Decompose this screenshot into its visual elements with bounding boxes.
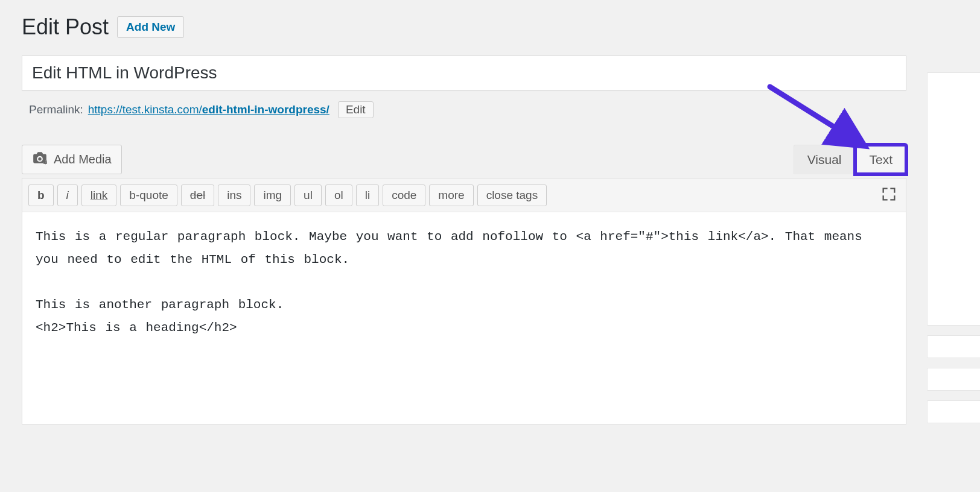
qt-bold-button[interactable]: b (28, 184, 54, 206)
qt-img-button[interactable]: img (254, 184, 291, 206)
post-title-input[interactable] (22, 55, 906, 90)
tab-visual[interactable]: Visual (794, 145, 856, 174)
qt-more-button[interactable]: more (429, 184, 473, 206)
qt-closetags-button[interactable]: close tags (477, 184, 547, 206)
qt-ins-button[interactable]: ins (218, 184, 250, 206)
edit-slug-button[interactable]: Edit (338, 101, 374, 118)
permalink-label: Permalink: (29, 103, 83, 116)
fullscreen-icon[interactable] (878, 183, 900, 207)
permalink-link[interactable]: https://test.kinsta.com/edit-html-in-wor… (88, 103, 329, 116)
qt-ul-button[interactable]: ul (294, 184, 322, 206)
sidebar-meta-boxes (927, 72, 980, 424)
add-new-button[interactable]: Add New (117, 16, 184, 39)
add-media-button[interactable]: Add Media (22, 145, 122, 174)
qt-italic-button[interactable]: i (57, 184, 78, 206)
qt-code-button[interactable]: code (383, 184, 425, 206)
add-media-label: Add Media (54, 153, 112, 166)
content-textarea[interactable]: This is a regular paragraph block. Maybe… (22, 212, 906, 424)
permalink-slug: edit-html-in-wordpress/ (202, 103, 329, 116)
qt-li-button[interactable]: li (356, 184, 379, 206)
camera-media-icon (32, 151, 48, 168)
tab-text[interactable]: Text (855, 145, 906, 174)
qt-ol-button[interactable]: ol (325, 184, 352, 206)
permalink-row: Permalink: https://test.kinsta.com/edit-… (29, 101, 906, 118)
qt-link-button[interactable]: link (81, 184, 117, 206)
page-title: Edit Post (22, 14, 109, 40)
permalink-base: https://test.kinsta.com/ (88, 103, 202, 116)
qt-blockquote-button[interactable]: b-quote (120, 184, 177, 206)
quicktags-toolbar: b i link b-quote del ins img ul ol li co… (22, 178, 906, 212)
qt-del-button[interactable]: del (181, 184, 214, 206)
